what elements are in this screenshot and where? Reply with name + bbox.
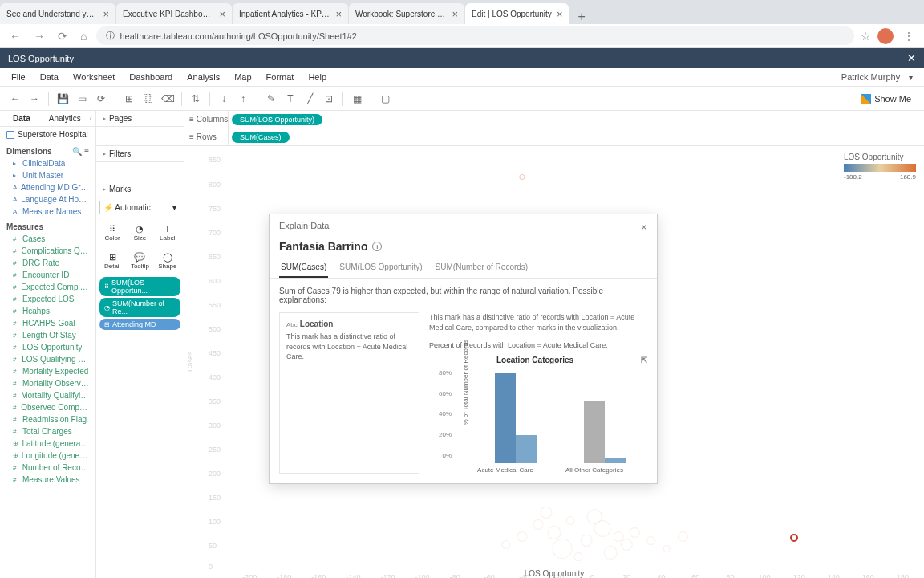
bookmark-icon[interactable]: ☆ bbox=[861, 30, 871, 43]
meas-field[interactable]: #Hcahps bbox=[0, 305, 95, 317]
forward-icon[interactable]: → bbox=[30, 28, 48, 44]
sort-asc-icon[interactable]: ↓ bbox=[215, 90, 233, 108]
browser-tab[interactable]: Inpatient Analytics - KPI Dashbo× bbox=[233, 3, 348, 24]
mark-detail[interactable]: ⊞Detail bbox=[99, 247, 125, 274]
dim-field[interactable]: AbcAttending MD Group, A... bbox=[0, 181, 95, 193]
meas-field[interactable]: #DRG Rate bbox=[0, 257, 95, 269]
meas-field[interactable]: #Observed Complications bbox=[0, 401, 95, 413]
mark-size[interactable]: ◔Size bbox=[127, 219, 152, 246]
explain-tab-records[interactable]: SUM(Number of Records) bbox=[434, 259, 530, 278]
pages-shelf[interactable] bbox=[96, 127, 184, 146]
home-icon[interactable]: ⌂ bbox=[77, 28, 90, 44]
menu-dashboard[interactable]: Dashboard bbox=[123, 70, 179, 84]
sort-desc-icon[interactable]: ↑ bbox=[234, 90, 252, 108]
close-icon[interactable]: ✕ bbox=[907, 52, 916, 64]
mark-pill-detail[interactable]: ⊞Attending MD bbox=[99, 319, 180, 330]
meas-field[interactable]: #Number of Records bbox=[0, 462, 95, 474]
expand-icon[interactable]: ⇱ bbox=[641, 356, 647, 364]
highlight-icon[interactable]: ✎ bbox=[262, 90, 280, 108]
mark-pill-size[interactable]: ◔SUM(Number of Re... bbox=[99, 298, 180, 317]
browser-tab[interactable]: Executive KPI Dashboard: Exec K× bbox=[116, 3, 232, 24]
mark-color[interactable]: ⠿Color bbox=[99, 219, 125, 246]
new-tab-button[interactable]: + bbox=[569, 10, 593, 24]
menu-worksheet[interactable]: Worksheet bbox=[67, 70, 121, 84]
meas-field[interactable]: #HCAHPS Goal bbox=[0, 317, 95, 329]
presentation-icon[interactable]: ▢ bbox=[376, 90, 394, 108]
datasource-item[interactable]: Superstore Hospital bbox=[0, 127, 95, 142]
meas-field[interactable]: #Length Of Stay bbox=[0, 329, 95, 341]
clear-icon[interactable]: ⌫ bbox=[159, 90, 176, 108]
close-icon[interactable]: × bbox=[335, 8, 342, 20]
menu-analysis[interactable]: Analysis bbox=[180, 70, 226, 84]
explain-tab-cases[interactable]: SUM(Cases) bbox=[279, 259, 328, 278]
meas-field[interactable]: #Mortality Observed bbox=[0, 377, 95, 389]
meas-field[interactable]: ⊕Latitude (generated) bbox=[0, 438, 95, 450]
scatter-plot[interactable]: 8508007507006506005505004504003503002502… bbox=[184, 146, 924, 578]
menu-data[interactable]: Data bbox=[34, 70, 65, 84]
meas-field[interactable]: #Expected LOS bbox=[0, 293, 95, 305]
meas-field[interactable]: #Measure Values bbox=[0, 474, 95, 486]
rows-pill[interactable]: SUM(Cases) bbox=[232, 132, 290, 143]
mark-shape[interactable]: ◯Shape bbox=[155, 247, 180, 274]
tab-analytics[interactable]: Analytics bbox=[43, 111, 87, 126]
browser-tab[interactable]: See and Understand your Health× bbox=[0, 3, 116, 24]
dim-field[interactable]: AbcLanguage At Home (gr... bbox=[0, 193, 95, 206]
mark-pill-color[interactable]: ⠿SUM(LOS Opportun... bbox=[99, 277, 180, 296]
meas-field[interactable]: #Expected Complications bbox=[0, 281, 95, 293]
user-label[interactable]: Patrick Murphy ▾ bbox=[829, 70, 919, 84]
close-icon[interactable]: × bbox=[452, 8, 458, 20]
filters-shelf-header[interactable]: ▸Filters bbox=[96, 146, 184, 162]
meas-field[interactable]: #Cases bbox=[0, 233, 95, 245]
profile-avatar[interactable] bbox=[877, 28, 894, 44]
mark-tooltip[interactable]: 💬Tooltip bbox=[127, 247, 152, 274]
close-icon[interactable]: × bbox=[219, 8, 225, 20]
close-icon[interactable]: × bbox=[641, 221, 647, 234]
menu-map[interactable]: Map bbox=[228, 70, 257, 84]
meas-field[interactable]: #Mortality Qualifying Ca... bbox=[0, 389, 95, 401]
new-sheet-icon[interactable]: ⊞ bbox=[120, 90, 138, 108]
meas-field[interactable]: #Readmission Flag bbox=[0, 413, 95, 425]
refresh-icon[interactable]: ⟳ bbox=[92, 90, 110, 108]
group-icon[interactable]: ⊡ bbox=[320, 90, 338, 108]
meas-field[interactable]: #LOS Qualifying Case bbox=[0, 353, 95, 365]
filters-shelf[interactable] bbox=[96, 162, 184, 181]
reload-icon[interactable]: ⟳ bbox=[55, 28, 71, 44]
menu-file[interactable]: File bbox=[5, 70, 32, 84]
color-legend[interactable]: LOS Opportunity -180.2160.9 bbox=[844, 153, 916, 181]
save-icon[interactable]: 💾 bbox=[54, 90, 71, 108]
meas-field[interactable]: #Mortality Expected bbox=[0, 365, 95, 377]
close-icon[interactable]: × bbox=[557, 8, 563, 20]
columns-pill[interactable]: SUM(LOS Opportunity) bbox=[232, 114, 322, 125]
menu-icon[interactable]: ⋮ bbox=[900, 28, 918, 44]
url-input[interactable]: ⓘhealthcare.tableau.com/authoring/LOSOpp… bbox=[96, 26, 854, 45]
dim-field[interactable]: AbcMeasure Names bbox=[0, 206, 95, 218]
mark-type-dropdown[interactable]: ⚡ Automatic▾ bbox=[99, 201, 180, 214]
meas-field[interactable]: #Total Charges bbox=[0, 425, 95, 438]
line-icon[interactable]: ╱ bbox=[301, 90, 318, 108]
duplicate-icon[interactable]: ⿻ bbox=[140, 90, 157, 108]
menu-format[interactable]: Format bbox=[260, 70, 301, 84]
close-icon[interactable]: × bbox=[103, 8, 109, 20]
dim-field[interactable]: ▸Unit Master bbox=[0, 169, 95, 181]
browser-tab[interactable]: Workbook: Superstore Hospital× bbox=[349, 3, 464, 24]
search-icon[interactable]: 🔍 ≡ bbox=[72, 147, 89, 156]
dim-field[interactable]: ▸ClinicalData bbox=[0, 157, 95, 169]
browser-tab-active[interactable]: Edit | LOS Opportunity× bbox=[465, 3, 569, 24]
highlighted-mark[interactable] bbox=[790, 534, 798, 542]
new-datasource-icon[interactable]: ▭ bbox=[73, 90, 91, 108]
explain-tab-los[interactable]: SUM(LOS Opportunity) bbox=[338, 259, 424, 278]
text-icon[interactable]: T bbox=[282, 90, 299, 108]
show-me-button[interactable]: Show Me bbox=[855, 92, 918, 106]
info-icon[interactable]: i bbox=[372, 242, 382, 251]
undo-icon[interactable]: ← bbox=[6, 90, 24, 108]
meas-field[interactable]: #LOS Opportunity bbox=[0, 341, 95, 353]
meas-field[interactable]: #Encounter ID bbox=[0, 269, 95, 281]
marks-shelf-header[interactable]: ▸Marks bbox=[96, 181, 184, 197]
fit-icon[interactable]: ▦ bbox=[348, 90, 366, 108]
mark-label[interactable]: TLabel bbox=[155, 219, 180, 246]
swap-icon[interactable]: ⇅ bbox=[187, 90, 205, 108]
meas-field[interactable]: ⊕Longitude (generated) bbox=[0, 450, 95, 462]
menu-help[interactable]: Help bbox=[302, 70, 333, 84]
back-icon[interactable]: ← bbox=[6, 28, 24, 44]
tab-data[interactable]: Data bbox=[0, 111, 43, 126]
